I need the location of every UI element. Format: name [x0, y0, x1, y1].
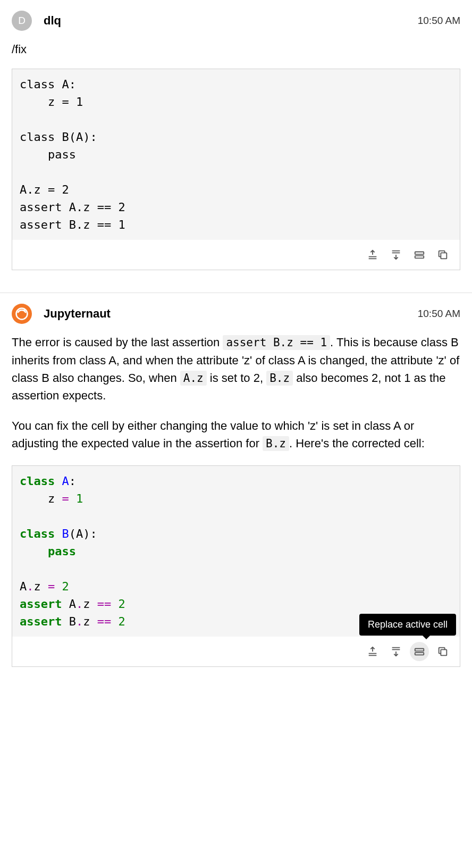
message-header: Jupyternaut 10:50 AM [12, 304, 460, 324]
insert-below-icon [390, 249, 402, 261]
message-body: The error is caused by the last assertio… [12, 333, 460, 453]
classname: A [62, 474, 69, 488]
replace-cell-icon [414, 249, 425, 261]
code-block-wrapper: class A: z = 1 class B(A): pass A.z = 2 … [12, 465, 460, 667]
tooltip: Replace active cell [359, 614, 456, 636]
inline-code: A.z [180, 371, 207, 386]
keyword: assert [20, 615, 62, 628]
op: == [97, 597, 112, 611]
user-message: D dlq 10:50 AM /fix class A: z = 1 class… [0, 0, 472, 283]
op: = [62, 492, 69, 505]
username: dlq [44, 14, 61, 28]
punct: : [69, 474, 76, 488]
insert-above-button[interactable] [363, 642, 382, 661]
code-toolbar [12, 240, 460, 270]
op: = [48, 580, 55, 593]
op: . [27, 580, 33, 593]
insert-above-button[interactable] [363, 245, 382, 264]
number: 2 [62, 580, 69, 593]
ident: z [83, 597, 90, 611]
code-toolbar [12, 637, 460, 666]
svg-point-4 [24, 309, 26, 311]
replace-cell-button[interactable] [410, 245, 429, 264]
copy-icon [437, 249, 449, 261]
message-header: D dlq 10:50 AM [12, 11, 460, 31]
keyword: pass [48, 545, 76, 558]
copy-button[interactable] [433, 245, 452, 264]
bot-message: Jupyternaut 10:50 AM The error is caused… [0, 293, 472, 680]
inline-code: B.z [263, 436, 289, 451]
avatar-letter: D [18, 15, 26, 27]
ident: B [69, 615, 76, 628]
insert-above-icon [367, 249, 378, 261]
svg-rect-0 [415, 252, 424, 255]
timestamp: 10:50 AM [418, 308, 460, 320]
ident: z [34, 580, 41, 593]
svg-rect-6 [415, 652, 424, 655]
code-block-container: class A: z = 1 class B(A): pass A.z = 2 … [12, 465, 460, 667]
keyword: assert [20, 597, 62, 611]
svg-rect-7 [441, 649, 446, 655]
insert-below-icon [390, 646, 402, 657]
copy-icon [437, 646, 449, 657]
replace-cell-icon [414, 646, 425, 657]
message-command: /fix [12, 40, 460, 58]
inline-code: B.z [266, 371, 293, 386]
code-block-wrapper: class A: z = 1 class B(A): pass A.z = 2 … [12, 69, 460, 270]
classname: B [62, 527, 69, 540]
explanation-paragraph-1: The error is caused by the last assertio… [12, 333, 460, 404]
user-avatar: D [12, 11, 32, 31]
text: . Here's the corrected cell: [289, 437, 425, 450]
jupyternaut-icon [14, 306, 29, 321]
explanation-paragraph-2: You can fix the cell by either changing … [12, 417, 460, 453]
ident: z [48, 492, 55, 505]
timestamp: 10:50 AM [418, 15, 460, 27]
code-block[interactable]: class A: z = 1 class B(A): pass A.z = 2 … [12, 466, 460, 637]
text: The error is caused by the last assertio… [12, 336, 223, 349]
op: . [76, 597, 83, 611]
keyword: class [20, 527, 55, 540]
ident: A [69, 597, 76, 611]
inline-code: assert B.z == 1 [223, 335, 330, 350]
punct: : [90, 527, 97, 540]
copy-button[interactable] [433, 642, 452, 661]
svg-rect-5 [415, 648, 424, 651]
replace-cell-button[interactable] [410, 642, 429, 661]
code-block[interactable]: class A: z = 1 class B(A): pass A.z = 2 … [12, 69, 460, 240]
number: 2 [118, 597, 125, 611]
bot-avatar [12, 304, 32, 324]
op: == [97, 615, 112, 628]
punct: ) [83, 527, 90, 540]
keyword: class [20, 474, 55, 488]
op: . [76, 615, 83, 628]
svg-rect-2 [441, 253, 446, 258]
insert-above-icon [367, 646, 378, 657]
number: 1 [76, 492, 83, 505]
insert-below-button[interactable] [386, 245, 406, 264]
ident: A [76, 527, 83, 540]
punct: ( [69, 527, 76, 540]
insert-below-button[interactable] [386, 642, 406, 661]
svg-rect-1 [415, 256, 424, 258]
text: is set to 2, [207, 371, 267, 385]
number: 2 [118, 615, 125, 628]
username: Jupyternaut [44, 307, 111, 321]
ident: A [20, 580, 27, 593]
ident: z [83, 615, 90, 628]
